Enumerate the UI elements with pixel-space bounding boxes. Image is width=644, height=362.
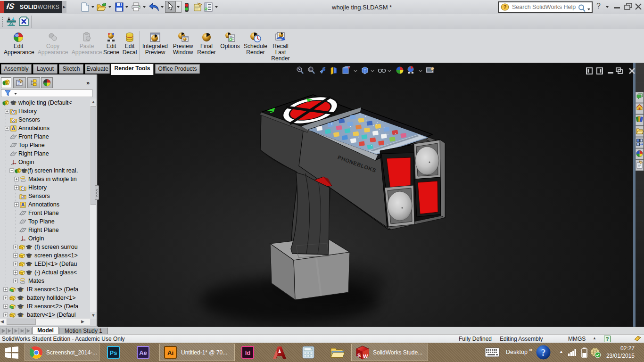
svg-text:?: ? [541,347,546,358]
svg-text:S: S [357,353,361,358]
svg-text:?: ? [504,4,507,10]
svg-text:0: 0 [311,348,312,351]
svg-text:W: W [363,354,368,359]
